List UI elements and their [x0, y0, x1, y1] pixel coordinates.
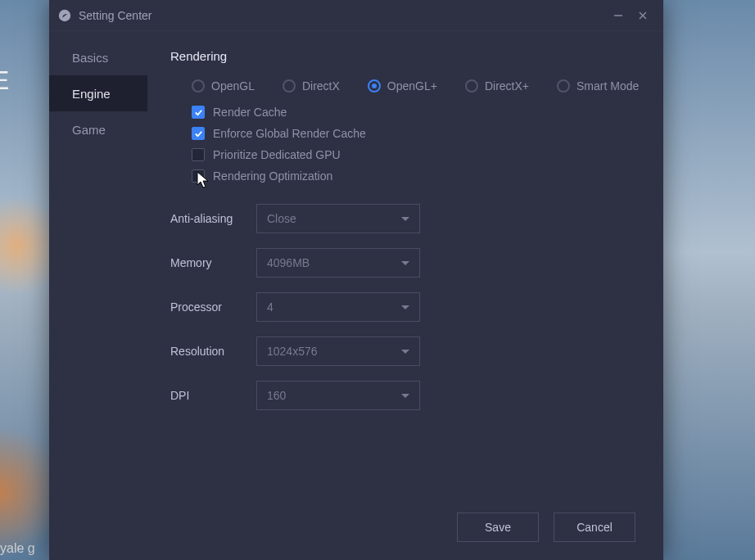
sidebar-item-label: Game	[72, 123, 106, 137]
section-title-rendering: Rendering	[170, 49, 640, 63]
sidebar: Basics Engine Game	[49, 31, 147, 495]
radio-label: OpenGL+	[387, 79, 437, 93]
radio-opengl[interactable]: OpenGL	[192, 79, 255, 93]
radio-label: OpenGL	[211, 79, 255, 93]
radio-label: Smart Mode	[576, 79, 639, 93]
dropdown-value: 1024x576	[267, 345, 318, 358]
radio-dot-icon	[465, 79, 478, 93]
background-text: E	[0, 65, 11, 96]
chevron-down-icon	[401, 305, 409, 309]
background-bottom-text: yale g	[0, 541, 35, 556]
sidebar-item-label: Basics	[72, 51, 108, 65]
label-resolution: Resolution	[170, 345, 256, 358]
sidebar-item-game[interactable]: Game	[49, 111, 147, 147]
checkbox-label: Prioritize Dedicated GPU	[213, 148, 341, 161]
checkbox-render-cache[interactable]: Render Cache	[192, 106, 640, 119]
settings-modal: Setting Center Basics Engine Game Render…	[49, 0, 663, 560]
dropdown-value: 4096MB	[267, 256, 310, 269]
checkbox-icon	[192, 169, 205, 183]
radio-dot-icon	[283, 79, 296, 93]
dropdown-anti-aliasing[interactable]: Close	[256, 204, 420, 233]
checkbox-icon	[192, 106, 205, 119]
label-anti-aliasing: Anti-aliasing	[170, 212, 256, 225]
checkbox-label: Rendering Optimization	[213, 169, 332, 183]
dropdown-value: 160	[267, 389, 286, 402]
checkbox-icon	[192, 148, 205, 161]
checkbox-label: Enforce Global Render Cache	[213, 127, 366, 140]
label-memory: Memory	[170, 256, 256, 269]
row-dpi: DPI 160	[170, 381, 640, 410]
checkbox-label: Render Cache	[213, 106, 287, 119]
checkbox-prioritize-dedicated-gpu[interactable]: Prioritize Dedicated GPU	[192, 148, 640, 161]
chevron-down-icon	[401, 261, 409, 265]
cancel-button[interactable]: Cancel	[554, 513, 635, 542]
content-panel: Rendering OpenGL DirectX OpenGL+ DirectX…	[147, 31, 663, 495]
dropdown-processor[interactable]: 4	[256, 292, 420, 322]
radio-smart-mode[interactable]: Smart Mode	[557, 79, 639, 93]
radio-dot-icon	[192, 79, 205, 93]
row-processor: Processor 4	[170, 292, 640, 322]
dropdown-value: Close	[267, 212, 296, 225]
chevron-down-icon	[401, 350, 409, 354]
sidebar-item-engine[interactable]: Engine	[49, 75, 147, 111]
radio-dot-icon	[368, 79, 381, 93]
label-processor: Processor	[170, 300, 256, 314]
radio-label: DirectX+	[485, 79, 529, 93]
close-button[interactable]	[631, 3, 655, 28]
window-title: Setting Center	[79, 9, 606, 22]
dropdown-resolution[interactable]: 1024x576	[256, 336, 420, 366]
save-button[interactable]: Save	[457, 513, 539, 542]
label-dpi: DPI	[170, 389, 256, 402]
row-memory: Memory 4096MB	[170, 248, 640, 278]
app-logo-icon	[57, 8, 72, 23]
radio-dot-icon	[557, 79, 570, 93]
radio-directx-plus[interactable]: DirectX+	[465, 79, 529, 93]
checkbox-icon	[192, 127, 205, 140]
sidebar-item-label: Engine	[72, 87, 111, 101]
sidebar-item-basics[interactable]: Basics	[49, 39, 147, 75]
minimize-button[interactable]	[606, 3, 631, 28]
checkbox-rendering-optimization[interactable]: Rendering Optimization	[192, 169, 640, 183]
checkbox-enforce-global-render-cache[interactable]: Enforce Global Render Cache	[192, 127, 640, 140]
dropdown-value: 4	[267, 300, 274, 314]
row-anti-aliasing: Anti-aliasing Close	[170, 204, 640, 233]
radio-opengl-plus[interactable]: OpenGL+	[368, 79, 437, 93]
radio-directx[interactable]: DirectX	[283, 79, 340, 93]
row-resolution: Resolution 1024x576	[170, 336, 640, 366]
radio-label: DirectX	[302, 79, 340, 93]
chevron-down-icon	[401, 217, 409, 221]
chevron-down-icon	[401, 394, 409, 398]
footer: Save Cancel	[49, 495, 663, 560]
dropdown-dpi[interactable]: 160	[256, 381, 420, 410]
titlebar: Setting Center	[49, 0, 663, 31]
dropdown-memory[interactable]: 4096MB	[256, 248, 420, 278]
rendering-mode-radio-group: OpenGL DirectX OpenGL+ DirectX+ Smart Mo…	[192, 79, 640, 93]
